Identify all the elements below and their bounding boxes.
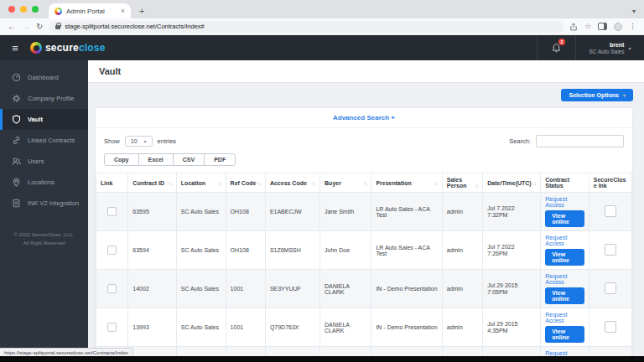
date-text: Jul 7 2022 <box>487 244 536 250</box>
column-label: Presentation <box>376 180 411 186</box>
chevron-down-icon: ▾ <box>628 45 631 51</box>
sort-icon[interactable]: ↑↓ <box>532 181 536 186</box>
ink-checkbox[interactable] <box>605 244 616 256</box>
ref-code-cell: 1001 <box>226 308 265 347</box>
date-text: Jul 29 2015 <box>487 321 536 327</box>
time-text: 7:26PM <box>487 251 536 256</box>
sales-person-cell: admin <box>442 231 483 270</box>
sidebar-item-ink-v2-integration[interactable]: INK V2 Integration <box>0 193 88 214</box>
column-header-date-time-utc[interactable]: Date/Time(UTC)↑↓ <box>483 173 541 193</box>
ink-checkbox[interactable] <box>605 321 616 333</box>
sidebar-item-vault[interactable]: Vault <box>0 109 88 130</box>
export-csv-button[interactable]: CSV <box>173 153 205 166</box>
export-excel-button[interactable]: Excel <box>138 153 174 166</box>
link-cell <box>96 193 128 231</box>
column-header-location[interactable]: Location↑↓ <box>176 173 226 193</box>
column-label: Buyer <box>325 180 341 186</box>
minimize-window-button[interactable] <box>20 6 27 13</box>
window-controls[interactable] <box>8 0 39 18</box>
presentation-cell: IN - Demo Presentation <box>371 270 442 308</box>
ink-checkbox[interactable] <box>605 282 616 294</box>
selection-options-button[interactable]: Selection Options ▾ <box>561 89 633 101</box>
browser-menu-icon[interactable]: ⋮ <box>629 23 636 30</box>
tab-strip-chevron-icon[interactable]: ▾ <box>632 8 636 15</box>
column-label: Date/Time(UTC) <box>487 180 531 186</box>
brand-secure-text: secure <box>45 42 79 54</box>
sidebar-item-company-profile[interactable]: Company Profile <box>0 88 88 109</box>
maximize-window-button[interactable] <box>32 6 39 13</box>
side-panel-icon[interactable] <box>598 23 607 30</box>
sort-icon[interactable]: ↑↓ <box>312 181 315 186</box>
request-access-link[interactable]: Request Access <box>545 273 584 285</box>
sort-icon[interactable]: ↑↓ <box>475 184 478 189</box>
browser-profile-avatar[interactable] <box>614 23 622 31</box>
back-icon[interactable]: ← <box>8 22 16 31</box>
search-input[interactable] <box>536 135 624 147</box>
ink-checkbox[interactable] <box>605 205 616 217</box>
sort-icon[interactable]: ↑↓ <box>169 181 172 186</box>
address-bar[interactable]: stage-splitportal.secureclose.net/Contra… <box>49 21 564 33</box>
view-online-button[interactable]: View online <box>545 249 584 266</box>
time-text: 4:35PM <box>487 328 536 334</box>
close-tab-icon[interactable]: × <box>121 7 125 15</box>
view-online-button[interactable]: View online <box>545 287 584 304</box>
request-access-link[interactable]: Request Access <box>545 235 584 246</box>
sort-icon[interactable]: ↑↓ <box>363 181 366 186</box>
advanced-search-toggle[interactable]: Advanced Search + <box>96 108 632 128</box>
sort-icon[interactable]: ↑↓ <box>218 181 221 186</box>
hamburger-menu-icon[interactable]: ≡ <box>0 42 30 54</box>
dashboard-icon <box>12 73 21 82</box>
link-checkbox[interactable] <box>107 284 117 293</box>
sidebar-item-locations[interactable]: Locations <box>0 172 88 193</box>
notifications-button[interactable]: 2 <box>537 35 575 60</box>
table-row: 13993SC Auto Sales1001Q79D763XDANIELA CL… <box>96 308 632 347</box>
access-code-cell: E1ABECJW <box>265 193 319 231</box>
reload-icon[interactable]: ↻ <box>36 22 43 31</box>
presentation-cell: IN - Demo Presentation <box>371 308 442 347</box>
close-window-button[interactable] <box>8 6 15 13</box>
new-tab-button[interactable]: + <box>139 7 144 16</box>
sort-icon[interactable]: ↑↓ <box>257 181 261 186</box>
view-online-button[interactable]: View online <box>545 326 584 343</box>
export-pdf-button[interactable]: PDF <box>204 153 236 166</box>
view-online-button[interactable]: View online <box>545 210 584 227</box>
request-access-link[interactable]: Request Access <box>545 312 584 323</box>
request-access-link[interactable]: Request Access <box>545 196 584 208</box>
link-checkbox[interactable] <box>107 207 117 216</box>
sort-icon[interactable]: ↑↓ <box>434 181 438 186</box>
browser-status-bar: https://stage-splitportal.secureclose.ne… <box>0 348 133 356</box>
column-header-contract-id[interactable]: Contract ID↑↓ <box>128 173 177 193</box>
browser-tab[interactable]: Admin Portal × <box>49 3 131 18</box>
link-checkbox[interactable] <box>107 246 117 255</box>
access-code-cell: Q79D763X <box>265 308 319 347</box>
brand-logo: secureclose <box>30 42 106 54</box>
column-header-buyer[interactable]: Buyer↑↓ <box>320 173 371 193</box>
date-text: Jul 29 2015 <box>487 282 536 288</box>
url-text: stage-splitportal.secureclose.net/Contra… <box>65 23 204 30</box>
link-cell <box>96 231 128 270</box>
export-copy-button[interactable]: Copy <box>104 153 139 166</box>
link-checkbox[interactable] <box>107 323 117 332</box>
sales-person-cell: admin <box>442 270 483 308</box>
sidebar-item-users[interactable]: Users <box>0 151 88 172</box>
column-header-access-code[interactable]: Access Code↑↓ <box>265 173 319 193</box>
user-menu[interactable]: brent SC Auto Sales ▾ <box>575 35 644 60</box>
ref-code-cell: OH108 <box>226 231 265 270</box>
bookmark-star-icon[interactable]: ☆ <box>584 23 591 30</box>
sidebar: DashboardCompany ProfileVaultLinked Cont… <box>0 60 88 362</box>
sidebar-item-linked-contracts[interactable]: Linked Contracts <box>0 130 88 151</box>
page-size-select[interactable]: 10 ▾ <box>125 136 153 147</box>
column-header-presentation[interactable]: Presentation↑↓ <box>371 173 442 193</box>
location-pin-icon <box>12 178 21 187</box>
sidebar-item-dashboard[interactable]: Dashboard <box>0 67 88 88</box>
bottom-black-strip <box>0 356 644 362</box>
show-label: Show <box>104 137 120 145</box>
vault-table-card: Advanced Search + Show 10 ▾ entries <box>95 107 633 362</box>
forward-icon[interactable]: → <box>22 22 30 31</box>
share-icon[interactable] <box>569 23 578 31</box>
column-header-ref-code[interactable]: Ref Code↑↓ <box>226 173 265 193</box>
link-cell <box>96 270 128 308</box>
secureclose-logo-icon <box>30 42 42 54</box>
user-organization: SC Auto Sales <box>589 49 625 54</box>
column-header-sales-person[interactable]: Sales Person↑↓ <box>442 173 483 193</box>
